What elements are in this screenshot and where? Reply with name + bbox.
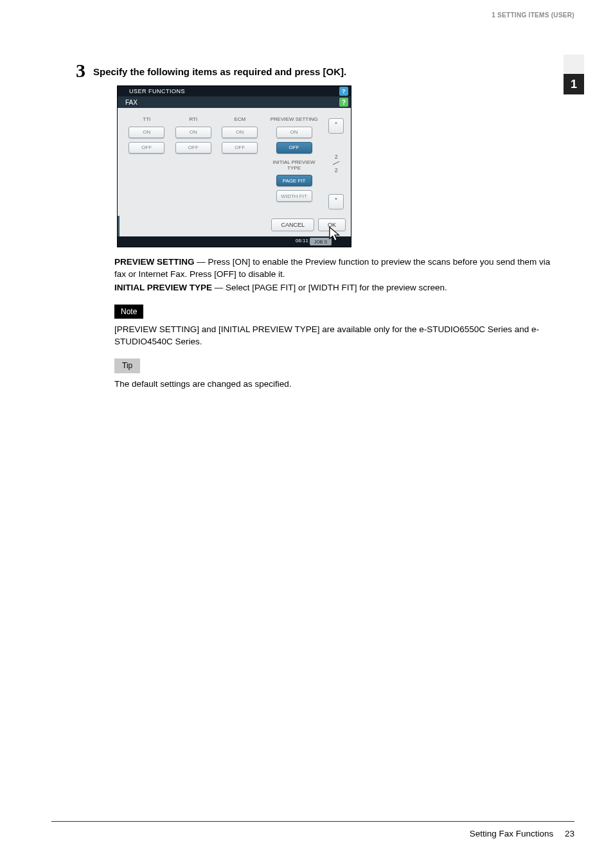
rti-on-button[interactable]: ON — [175, 127, 211, 138]
rti-column: RTI ON OFF — [173, 117, 214, 211]
tti-off-button[interactable]: OFF — [129, 142, 164, 154]
preview-setting-label: PREVIEW SETTING — [271, 117, 318, 123]
help-icon[interactable]: ? — [339, 87, 348, 96]
tti-column: TTI ON OFF — [127, 117, 167, 211]
note-text: [PREVIEW SETTING] and [INITIAL PREVIEW T… — [114, 324, 558, 348]
note-label: Note — [114, 305, 143, 319]
scroll-column: ˄ 2 ∕ 2 ˅ — [328, 117, 344, 211]
ecm-on-button[interactable]: ON — [222, 127, 258, 138]
help-icon[interactable]: ? — [339, 98, 348, 107]
ecm-label: ECM — [234, 117, 245, 123]
tip-label: Tip — [114, 359, 140, 373]
tab-bar: FAX ? — [118, 96, 351, 108]
footer-rule — [51, 821, 574, 822]
initial-preview-type-desc: — Select [PAGE FIT] or [WIDTH FIT] for t… — [212, 283, 447, 292]
scroll-down-button[interactable]: ˅ — [328, 194, 344, 209]
step-3: 3 Specify the following items as require… — [76, 61, 558, 80]
chevron-down-icon: ˅ — [334, 197, 338, 206]
page-footer: Setting Fax Functions 23 — [470, 829, 574, 838]
scroll-up-button[interactable]: ˄ — [328, 118, 344, 134]
rti-label: RTI — [189, 117, 197, 123]
footer-section: Setting Fax Functions — [470, 829, 554, 838]
preview-off-button[interactable]: OFF — [276, 142, 312, 154]
window-title-bar: USER FUNCTIONS ? — [118, 86, 351, 96]
status-time: 06:11 — [296, 238, 308, 244]
step-title: Specify the following items as required … — [93, 61, 346, 77]
page-fit-button[interactable]: PAGE FIT — [276, 175, 312, 186]
tip-text: The default settings are changed as spec… — [114, 378, 558, 391]
cancel-button[interactable]: CANCEL — [271, 218, 314, 231]
tti-label: TTI — [143, 117, 150, 123]
slash-icon: ∕ — [332, 159, 340, 169]
status-bar: 06:11 JOB S — [118, 236, 351, 247]
tti-on-button[interactable]: ON — [129, 127, 164, 138]
width-fit-button[interactable]: WIDTH FIT — [276, 190, 312, 202]
side-tab-inactive — [564, 55, 584, 74]
pointer-cursor-icon — [326, 226, 343, 243]
page-header: 1 SETTING ITEMS (USER) — [0, 0, 613, 24]
chevron-up-icon: ˄ — [334, 121, 338, 130]
fax-settings-screenshot: USER FUNCTIONS ? FAX ? TTI ON OFF RTI ON — [117, 85, 351, 247]
initial-preview-type-label: INITIAL PREVIEW TYPE — [267, 160, 322, 172]
window-title: USER FUNCTIONS — [129, 88, 185, 94]
initial-preview-type-term: INITIAL PREVIEW TYPE — [114, 283, 212, 292]
ecm-off-button[interactable]: OFF — [222, 142, 258, 154]
tab-fax[interactable]: FAX — [125, 99, 138, 106]
step-number: 3 — [76, 61, 85, 80]
rti-off-button[interactable]: OFF — [175, 142, 211, 154]
ecm-column: ECM ON OFF — [220, 117, 260, 211]
preview-setting-term: PREVIEW SETTING — [114, 257, 195, 267]
preview-on-button[interactable]: ON — [276, 127, 312, 138]
footer-page-number: 23 — [565, 829, 574, 838]
running-head: 1 SETTING ITEMS (USER) — [492, 12, 574, 19]
preview-column: PREVIEW SETTING ON OFF INITIAL PREVIEW T… — [267, 117, 322, 211]
page-fraction: 2 ∕ 2 — [335, 154, 338, 174]
side-tab-chapter-1: 1 — [564, 74, 584, 94]
step-description: PREVIEW SETTING — Press [ON] to enable t… — [114, 256, 558, 391]
